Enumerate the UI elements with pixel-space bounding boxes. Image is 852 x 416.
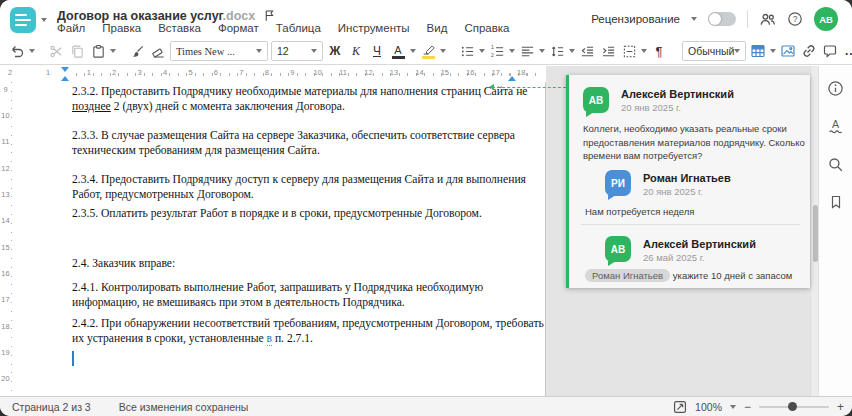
zoom-in-button[interactable]: + xyxy=(837,402,844,412)
comment-divider xyxy=(581,224,800,225)
font-size-select[interactable]: 12 xyxy=(271,41,323,61)
show-paragraph-marks-button[interactable]: ¶ xyxy=(650,40,668,62)
italic-button[interactable]: К xyxy=(347,40,365,62)
line-spacing-caret-icon[interactable] xyxy=(569,49,575,53)
ruler-number: 3 xyxy=(127,68,152,77)
undo-caret-icon[interactable] xyxy=(29,49,35,53)
review-toggle[interactable] xyxy=(708,12,736,26)
doc-text: 2 (двух) дней с момента заключения Догов… xyxy=(111,100,345,113)
commented-text[interactable]: позднее xyxy=(72,100,111,113)
clear-style-eraser-button[interactable] xyxy=(149,40,167,62)
insert-table-caret-icon[interactable] xyxy=(770,49,776,53)
menu-item[interactable]: Инструменты xyxy=(338,22,410,34)
numbered-list-button[interactable]: 12 xyxy=(488,40,506,62)
review-mode-label[interactable]: Рецензирование xyxy=(591,13,680,25)
bold-button[interactable]: Ж xyxy=(326,40,344,62)
insert-comment-button[interactable] xyxy=(821,40,839,62)
user-avatar[interactable]: АВ xyxy=(814,7,838,31)
paragraph-style-caret-icon xyxy=(734,49,740,53)
spellcheck-icon[interactable]: А xyxy=(827,118,844,135)
font-color-button[interactable]: А xyxy=(389,39,407,63)
menu-item[interactable]: Справка xyxy=(464,22,509,34)
vertical-scrollbar[interactable] xyxy=(810,66,818,396)
info-panel-icon[interactable] xyxy=(827,80,844,97)
zoom-caret-icon[interactable] xyxy=(730,405,736,409)
paragraph-borders-caret-icon[interactable] xyxy=(641,49,647,53)
reply-author-name: Алексей Вертинский xyxy=(643,238,756,250)
paste-caret-icon[interactable] xyxy=(110,49,116,53)
right-indent-marker[interactable] xyxy=(508,76,516,81)
font-name-select[interactable]: Times New ... xyxy=(170,41,268,61)
highlight-color-button[interactable] xyxy=(419,39,437,63)
format-painter-button[interactable] xyxy=(128,40,146,62)
underline-button[interactable]: Ч xyxy=(368,40,386,62)
ruler-number: 9 xyxy=(0,76,11,102)
horizontal-ruler[interactable]: 2 1 123456789101112131415161718 xyxy=(0,66,546,82)
comment-anchor-connector xyxy=(492,87,566,88)
font-color-caret-icon[interactable] xyxy=(410,49,416,53)
app-window: Договор на оказание услуг.docx ФайлПравк… xyxy=(0,0,852,416)
scrollbar-thumb[interactable] xyxy=(813,205,818,262)
numbered-list-caret-icon[interactable] xyxy=(509,49,515,53)
zoom-out-button[interactable]: − xyxy=(744,402,751,412)
review-mode-caret-icon[interactable] xyxy=(691,17,697,21)
highlight-color-caret-icon[interactable] xyxy=(440,49,446,53)
menu-item[interactable]: Таблица xyxy=(276,22,321,34)
reply-text: Нам потребуется неделя xyxy=(585,205,805,219)
line-spacing-button[interactable] xyxy=(548,40,566,62)
paragraph-style-value: Обычный xyxy=(688,45,734,57)
document-page[interactable]: 2.3.2. Предоставить Подрядчику необходим… xyxy=(14,82,546,396)
doc-line: 2.3.2. Предоставить Подрядчику необходим… xyxy=(72,85,528,98)
copy-button[interactable] xyxy=(68,40,86,62)
insert-image-button[interactable] xyxy=(779,40,797,62)
decrease-indent-button[interactable] xyxy=(578,40,596,62)
undo-button[interactable] xyxy=(8,40,26,62)
insert-link-button[interactable] xyxy=(800,40,818,62)
comment-thread-card[interactable]: АВ Алексей Вертинский 20 янв 2025 г. Кол… xyxy=(566,75,810,288)
help-icon[interactable]: ? xyxy=(787,11,803,27)
comment-text: Коллеги, необходимо указать реальные сро… xyxy=(583,122,807,163)
menu-item[interactable]: Вид xyxy=(427,22,448,34)
document-title-text: Договор на оказание услуг xyxy=(57,9,223,23)
paragraph-style-select[interactable]: Обычный xyxy=(682,41,746,61)
menu-item[interactable]: Файл xyxy=(57,22,85,34)
paragraph-borders-button[interactable] xyxy=(620,40,638,62)
bullet-list-button[interactable] xyxy=(458,40,476,62)
toolbar: Times New ... 12 Ж К Ч А 12 ¶ Обычный ..… xyxy=(0,38,852,65)
menu-item[interactable]: Правка xyxy=(102,22,141,34)
increase-indent-button[interactable] xyxy=(599,40,617,62)
search-icon[interactable] xyxy=(827,156,844,173)
doc-line: 2.3.3. В случае размещения Сайта на серв… xyxy=(72,129,515,142)
align-button[interactable] xyxy=(518,40,536,62)
collaboration-users-icon[interactable] xyxy=(759,11,776,28)
paste-button[interactable] xyxy=(89,40,107,62)
svg-text:1: 1 xyxy=(490,44,493,50)
highlight-color-bar xyxy=(422,56,435,59)
menu-item[interactable]: Формат xyxy=(218,22,259,34)
logo-menu-caret-icon[interactable] xyxy=(41,18,47,22)
app-logo-icon[interactable] xyxy=(10,7,36,33)
doc-line: Работ, предусмотренных Договором. xyxy=(72,188,254,201)
zoom-slider[interactable] xyxy=(759,406,829,408)
bullet-list-caret-icon[interactable] xyxy=(479,49,485,53)
align-caret-icon[interactable] xyxy=(539,49,545,53)
mention-badge[interactable]: Роман Игнатьев xyxy=(585,269,670,282)
doc-line: информацию, не вмешиваясь при этом в дея… xyxy=(72,296,405,309)
more-tools-button[interactable]: ... xyxy=(842,40,852,62)
vertical-ruler[interactable]: 91011121314151617181920 xyxy=(0,82,14,396)
menu-item[interactable]: Вставка xyxy=(158,22,201,34)
page-indicator[interactable]: Страница 2 из 3 xyxy=(12,401,91,413)
bookmark-icon[interactable] xyxy=(828,194,844,210)
left-indent-marker[interactable] xyxy=(61,76,69,81)
first-line-indent-marker[interactable] xyxy=(61,67,69,72)
ruler-number: 2 xyxy=(101,68,126,77)
insert-table-button[interactable] xyxy=(749,40,767,62)
cut-button[interactable] xyxy=(47,40,65,62)
ruler-number: 20 xyxy=(0,366,11,392)
zoom-value[interactable]: 100% xyxy=(695,401,722,413)
doc-line: 2.4.2. При обнаружении несоответствий тр… xyxy=(72,317,544,330)
zoom-slider-knob[interactable] xyxy=(788,402,797,411)
fit-width-icon[interactable] xyxy=(673,400,687,414)
header-divider xyxy=(747,10,748,28)
flag-icon[interactable] xyxy=(263,9,276,22)
